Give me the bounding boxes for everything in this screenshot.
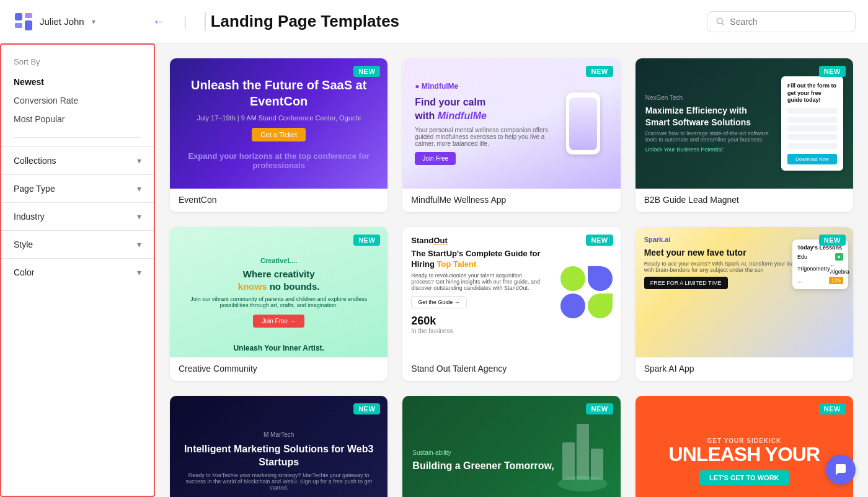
b2b-field-4 [787,134,837,140]
circle-3 [560,293,585,318]
template-thumb-martech: M MarTech Intelligent Marketing Solution… [170,396,388,497]
b2b-field-2 [787,117,837,123]
filter-color[interactable]: Color ▾ [1,258,154,286]
filter-page-type[interactable]: Page Type ▾ [1,174,154,202]
spark-card: Today's Lessons Edu● Trigonometry← Algeb… [792,240,848,289]
color-chevron-icon: ▾ [137,267,141,277]
b2b-field-5 [787,143,837,149]
template-card-spark[interactable]: Spark.ai Meet your new fave tutor Ready … [636,227,853,381]
filter-page-type-label: Page Type [14,184,55,194]
template-thumb-creative: CreativeL... Where creativityknows no bo… [170,227,388,357]
template-card-standout[interactable]: StandOut The StartUp's Complete Guide fo… [402,227,620,381]
template-grid: Unleash the Future of SaaS at EventCon J… [170,58,853,497]
building-1 [562,442,575,480]
page-title: Landing Page Templates [205,12,697,31]
template-thumb-agency: GET YOUR SIDEKICK UNLEASH YOUR LET'S GET… [636,396,853,497]
sustain-title: Building a Greener Tomorrow, [412,460,554,473]
svg-line-5 [722,23,724,25]
search-icon [716,17,725,27]
template-name-mindfulme: MindfulMe Wellness App [402,189,620,212]
sort-most-popular[interactable]: Most Popular [14,110,141,128]
filter-style-label: Style [14,240,33,249]
filter-collections[interactable]: Collections ▾ [1,146,154,174]
logo-area: Juliet John ▾ [12,11,136,33]
sort-section: Sort By Newest Conversion Rate Most Popu… [1,57,154,128]
eventcon-sub: July 17–19th | 9 AM Stand Conference Cen… [197,114,361,122]
spark-cta[interactable]: FREE FOR A LIMITED TIME [644,277,728,289]
template-card-agency[interactable]: GET YOUR SIDEKICK UNLEASH YOUR LET'S GET… [636,396,853,497]
filter-industry[interactable]: Industry ▾ [1,202,154,230]
template-thumb-eventcon: Unleash the Future of SaaS at EventCon J… [170,58,388,189]
sort-conversion-rate[interactable]: Conversion Rate [14,91,141,110]
template-card-eventcon[interactable]: Unleash the Future of SaaS at EventCon J… [170,58,388,212]
template-name-spark: Spark AI App [636,357,853,381]
creative-banner: Unleash Your Inner Artist. [233,344,324,352]
b2b-form-title: Fill out the form to get your free guide… [787,83,837,104]
filter-style[interactable]: Style ▾ [1,230,154,258]
circle-4 [588,293,613,318]
mindful-title: Find your calmwith MindfulMe [415,96,558,123]
b2b-title: Maximize Efficiency with Smart Software … [645,105,774,127]
b2b-sub: Discover how to leverage state-of-the-ar… [645,130,774,143]
header: Juliet John ▾ ← | Landing Page Templates [0,0,868,43]
sidebar: Sort By Newest Conversion Rate Most Popu… [0,43,155,497]
standout-logo: StandOut [411,236,543,245]
mindful-logo: ● MindfulMe [415,82,558,91]
new-badge-mindfulme: NEW [586,66,613,77]
chat-icon [834,463,848,477]
main-layout: Sort By Newest Conversion Rate Most Popu… [0,43,868,497]
agency-cta[interactable]: LET'S GET TO WORK [699,470,789,485]
user-name: Juliet John [40,16,84,27]
mindful-cta[interactable]: Join Free [415,152,456,165]
collections-chevron-icon: ▾ [137,156,141,166]
martech-title: Intelligent Marketing Solutions for Web3… [182,443,375,469]
template-thumb-spark: Spark.ai Meet your new fave tutor Ready … [636,227,853,357]
new-badge-eventcon: NEW [353,66,380,77]
new-badge-standout: NEW [586,235,613,246]
eventcon-title: Unleash the Future of SaaS at EventCon [182,77,375,109]
standout-title: The StartUp's Complete Guide for Hiring … [411,249,543,270]
spark-row-3: ...125 [797,277,843,284]
creative-title: Where creativityknows no bounds. [238,268,320,292]
template-card-sustain[interactable]: Sustain-ability Building a Greener Tomor… [402,396,620,497]
style-chevron-icon: ▾ [137,240,141,249]
green-sky [558,476,608,491]
svg-rect-1 [25,13,32,18]
sustain-logo: Sustain-ability [412,449,554,456]
spark-row-2: Trigonometry← Algebra [797,262,843,275]
b2b-form-cta[interactable]: Download Now [787,154,837,164]
template-thumb-sustain: Sustain-ability Building a Greener Tomor… [402,396,620,497]
app-logo-icon [12,11,35,33]
new-badge-b2b: NEW [819,66,846,77]
template-card-mindfulme[interactable]: ● MindfulMe Find your calmwith MindfulMe… [402,58,620,212]
search-box [707,11,856,32]
back-button[interactable]: ← [146,12,171,31]
building-2 [577,424,589,480]
sustain-graphic [555,424,611,497]
martech-logo: M MarTech [264,431,294,438]
svg-rect-3 [25,20,32,30]
spark-row-1: Edu● [797,253,843,261]
template-name-eventcon: EventCon [170,189,388,212]
mindful-sub: Your personal mental wellness companion … [415,127,558,147]
eventcon-cta[interactable]: Get a Ticket [252,128,306,141]
sort-newest[interactable]: Newest [14,73,141,91]
b2b-logo: NexGen Tech [645,94,774,101]
template-card-martech[interactable]: M MarTech Intelligent Marketing Solution… [170,396,388,497]
page-type-chevron-icon: ▾ [137,184,141,194]
search-input[interactable] [730,17,846,27]
creative-cta[interactable]: Join Free → [253,315,304,328]
standout-cta[interactable]: Get the Guide → [411,296,467,308]
template-name-b2b: B2B Guide Lead Magnet [636,189,853,212]
eventcon-banner: Expand your horizons at the top conferen… [182,151,375,170]
template-card-b2b[interactable]: NexGen Tech Maximize Efficiency with Sma… [636,58,853,212]
filter-color-label: Color [14,267,34,277]
user-dropdown-icon[interactable]: ▾ [92,17,95,26]
new-badge-creative: NEW [353,235,380,246]
agency-title: UNLEASH YOUR [669,444,820,464]
filter-collections-label: Collections [14,156,56,166]
template-card-creative[interactable]: CreativeL... Where creativityknows no bo… [170,227,388,381]
circle-2 [588,266,613,291]
martech-sub: Ready to MarTechie your marketing strate… [182,472,375,491]
chat-button[interactable] [826,455,856,485]
